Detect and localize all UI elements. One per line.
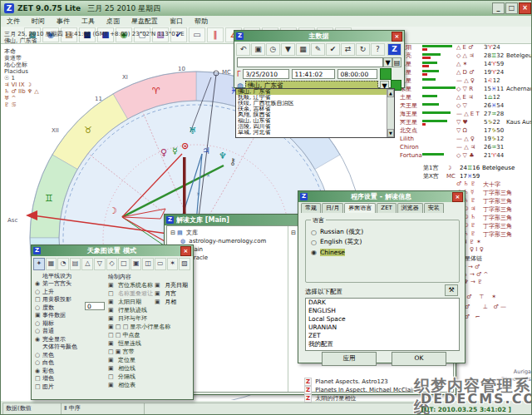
checkbox-mark[interactable]: □ □ [108,332,121,338]
planet-row[interactable]: 北交点 ▽ Ω 17♑50 [400,126,532,135]
checkbox-mark[interactable]: □ [108,290,116,297]
sky-dialog-close-icon[interactable]: × [180,246,191,256]
settings-tab[interactable]: 常规 [301,203,321,213]
sky-option-row[interactable]: ▣ □ □ 显示小行星名称 [108,323,191,331]
planet-row[interactable]: 冥王星 ▽ ♥ 5♑22 Kaus Australis [400,118,532,126]
maximize-button[interactable]: □ [505,2,518,14]
planet-row[interactable]: 金星 △ D ♂ 19♈24 [400,68,532,77]
city-option[interactable]: 阜城, 河北省 [236,130,394,136]
settings-close-icon[interactable]: × [452,192,463,202]
planet-row[interactable]: Fortuna ◇ ▽ ♣ 21♈44 [400,151,532,160]
city-option[interactable]: 佛山, 广东省 [236,89,394,95]
sky-option-row[interactable]: ▣ 相位线 [108,364,191,373]
sky-option-row[interactable]: □ ▣ 宫带 [108,348,191,356]
sky-tool-icon[interactable]: ▨ [179,258,190,270]
sky-tool-icon[interactable]: △ [81,258,93,270]
settings-tab[interactable]: ZET [377,203,397,213]
language-radio[interactable]: ○ Russian (俄文) [309,227,456,237]
scroll-down-icon[interactable]: ▼ [387,129,394,137]
sky-option-row[interactable]: ▣ 月相 [155,298,193,306]
planet-row[interactable]: 海王星 — △ E T 27♒28 [400,110,532,118]
sky-option-row[interactable]: 地平线设为 [35,272,106,280]
planet-glyph[interactable]: ♀ [160,148,167,158]
event-dropdown-icon[interactable]: ▼ [383,57,392,67]
sky-tool-icon[interactable]: □ [118,258,130,270]
sky-option-row[interactable]: ○ 普通 [35,328,106,336]
option-mark[interactable]: □ [35,383,42,390]
settings-tab[interactable]: 界面语言 [344,203,376,213]
option-mark[interactable]: ○ [35,352,42,358]
planet-glyph[interactable]: ♆ [219,151,227,161]
checkbox-mark[interactable]: □ [108,373,116,380]
tree-root[interactable]: ⊟ ▤ 文库 [170,229,285,237]
radio-mark[interactable]: ○ [311,239,317,246]
clock-icon[interactable]: ◷ [266,43,280,56]
now-button[interactable] [380,68,392,80]
sky-tool-icon[interactable]: ◔ [57,258,69,270]
menu-item[interactable]: 窗口 [164,17,189,26]
checkbox-mark[interactable]: ▣ [108,357,116,363]
menu-item[interactable]: 事件 [51,17,76,26]
sky-option-row[interactable]: 天体符号颜色 [35,343,106,352]
planet-glyph[interactable]: ⊙ [181,141,189,151]
config-list-item[interactable]: ZET [306,332,459,340]
app-titlebar[interactable]: Z ZET 9.0.75 Lite 三月 25 2010 星期四 _ □ × [1,1,532,17]
option-mark[interactable]: ○ [35,328,42,334]
time-field[interactable] [292,69,335,79]
checkbox-mark[interactable]: ▣ [155,282,163,289]
city-option[interactable]: 抚顺, 辽宁省 [236,95,394,101]
config-list-item[interactable]: DARK [306,299,459,307]
settings-tab[interactable]: 日/月 [322,203,343,213]
checkbox-mark[interactable]: ▣ □ □ [108,324,128,330]
option-mark[interactable]: ◉ [35,368,42,374]
option-mark[interactable]: ○ [35,289,42,295]
sky-option-row[interactable]: □ 图片 [35,383,106,391]
sky-option-row[interactable]: ◉ 完全显示 [35,335,106,343]
checkbox-mark[interactable]: □ ▣ [108,348,121,355]
sky-tool-icon[interactable]: ▽ [94,258,106,270]
planet-row[interactable]: 太阳 △ E ♂ 3♈24 [400,43,532,52]
city-option[interactable]: 扶绥, 广西壮族自治区 [236,101,394,106]
tree-divider[interactable] [288,226,288,392]
checkbox-mark[interactable]: ▣ [108,340,116,347]
dropdown-scrollbar[interactable]: ▲ ▼ [387,89,394,137]
check-icon[interactable]: ✔ [326,43,340,56]
main-data-titlebar[interactable]: Z 主数据 × [234,31,404,42]
planet-glyph[interactable]: ☽ [109,206,117,216]
option-mark[interactable]: ○ [35,304,42,311]
zet-blue-icon[interactable]: Z [387,43,401,56]
planet-row[interactable]: Chiron — △ ♃ 26♒31 [400,143,532,151]
planet-row[interactable]: 水星 △ ✶ 14♈59 [400,60,532,68]
language-radio[interactable]: ◉ Chinese [309,247,456,257]
planet-glyph[interactable]: ⚷ [229,157,236,167]
timezone-field[interactable] [337,69,377,79]
sky-tool-icon[interactable]: ◫ [142,258,154,270]
event-menu-icon[interactable]: ▤ [392,57,401,67]
folder-icon[interactable]: ▣ [251,43,265,56]
house-row[interactable]: 第1宫 ☽ 24♊16 Betelgeuse [423,164,532,172]
apply-button[interactable]: 应用 [322,352,377,366]
config-list-item[interactable]: Local Space [306,315,459,324]
planet-glyph[interactable]: ☿ [172,146,178,156]
sky-tool-icon[interactable]: ▤ [70,258,81,270]
city-option[interactable]: 福山, 山东省 [236,118,394,124]
sky-option-row[interactable]: □ 增色 [35,375,106,383]
sky-option-row[interactable]: ○ 期标 [35,319,106,328]
option-mark[interactable]: □ [35,375,42,382]
sky-tool-icon[interactable]: ✦ [33,258,45,270]
date-field[interactable] [243,69,289,79]
checkbox-mark[interactable]: ▣ [155,299,163,305]
save-icon[interactable]: ▼ [281,43,295,56]
planet-glyph[interactable]: ♅ [189,126,197,136]
settings-tab[interactable]: 浏览器 [397,203,423,213]
option-mark[interactable]: □ [35,296,42,303]
sky-tool-icon[interactable]: ▦ [46,258,57,270]
checkbox-mark[interactable]: ▣ [108,299,116,305]
planet-glyph[interactable]: ♃ [202,146,210,156]
checkbox-mark[interactable]: ▣ [108,315,116,322]
radio-mark[interactable]: ○ [311,229,317,236]
swap-icon[interactable]: ⇄ [341,43,355,56]
sky-option-row[interactable]: ▣ 月宫 [155,289,193,298]
sky-option-row[interactable]: □ □ 中点盘 [108,331,191,339]
planet-row[interactable]: 火星 — △ ♀ 1♌12 [400,77,532,85]
